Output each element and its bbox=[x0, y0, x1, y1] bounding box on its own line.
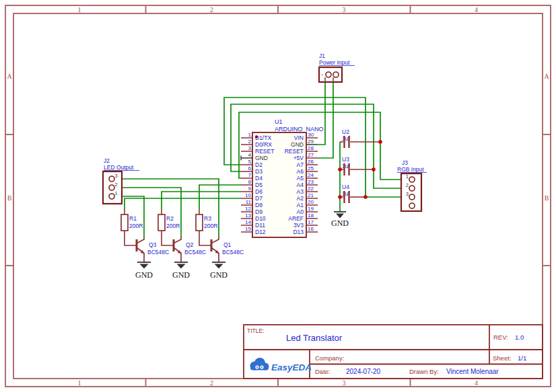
r3-body[interactable] bbox=[196, 214, 203, 231]
j1-pin-circle[interactable] bbox=[326, 72, 331, 77]
pin-number: 2 bbox=[248, 139, 252, 145]
component-c-u4[interactable]: U4 1uf bbox=[340, 184, 366, 203]
gnd-net-label: GND bbox=[210, 270, 228, 280]
j2-pin-circle[interactable] bbox=[109, 176, 114, 182]
component-q2[interactable]: Q2 BC548C bbox=[174, 237, 206, 262]
pin-number: 23 bbox=[308, 179, 314, 185]
pin-number: 22 bbox=[308, 186, 314, 192]
r2-lead bbox=[162, 231, 174, 245]
j2-pin-number: 1 bbox=[115, 190, 118, 196]
pin-number: 25 bbox=[308, 165, 314, 171]
j1-name: Power Input bbox=[319, 59, 350, 66]
pin-number: 3 bbox=[248, 145, 252, 151]
pin-number: 7 bbox=[248, 172, 252, 178]
pin-name: A4 bbox=[297, 182, 304, 188]
zone-label: B bbox=[545, 194, 549, 202]
component-r1[interactable]: R1 200R bbox=[121, 209, 143, 245]
pin-number: 14 bbox=[245, 219, 251, 225]
pin-number: 6 bbox=[248, 165, 252, 171]
drawn-by-value: Vincent Molenaar bbox=[446, 368, 499, 375]
gnd-net-label: GND bbox=[331, 219, 349, 228]
gnd-symbol-q2 bbox=[174, 262, 188, 269]
j3-pin-circle[interactable] bbox=[409, 203, 415, 208]
component-q3[interactable]: Q3 BC548C bbox=[137, 237, 169, 262]
gnd-symbol-caps bbox=[334, 212, 346, 219]
pin-name: A3 bbox=[297, 188, 304, 195]
pin-name: D11 bbox=[255, 222, 265, 229]
gnd-symbol-q1 bbox=[212, 262, 225, 269]
date-value: 2024-07-20 bbox=[346, 368, 381, 375]
easyeda-logo: EasyEDA bbox=[250, 358, 312, 373]
q1-value: BC548C bbox=[222, 249, 244, 256]
pin-name: D7 bbox=[255, 195, 263, 202]
pin-number: 17 bbox=[308, 219, 314, 225]
pin-name: +5V bbox=[293, 155, 304, 161]
j3-pin-circle[interactable] bbox=[409, 186, 415, 191]
component-c-u2[interactable]: U2 1uf bbox=[340, 128, 380, 148]
q2-ref: Q2 bbox=[186, 241, 194, 248]
zone-label: 1 bbox=[78, 6, 81, 13]
pin-name: A1 bbox=[297, 202, 304, 208]
easyeda-cloud-icon bbox=[250, 358, 269, 370]
q1-ref: Q1 bbox=[223, 241, 232, 248]
sheet-label: Sheet: bbox=[493, 354, 511, 362]
component-u1[interactable]: U1 ARDUINO_NANO 1D1/TX2D0/RX3RESET4GND5D… bbox=[241, 118, 324, 237]
zone-label: 4 bbox=[475, 6, 478, 13]
component-r2[interactable]: R2 200R bbox=[158, 209, 180, 245]
pin-name: D3 bbox=[255, 168, 263, 175]
pin-name: D13 bbox=[293, 229, 304, 235]
q3-ref: Q3 bbox=[149, 241, 157, 248]
q2-value: BC548C bbox=[184, 249, 206, 256]
pin-number: 28 bbox=[308, 145, 314, 151]
pin-number: 12 bbox=[245, 206, 251, 212]
title-block: TITLE: Led Translator REV: 1.0 Company: … bbox=[244, 325, 543, 379]
pin-number: 9 bbox=[248, 186, 252, 192]
j1-pin-circle[interactable] bbox=[333, 72, 339, 77]
r1-value: 200R bbox=[129, 223, 143, 229]
component-q1[interactable]: Q1 BC548C bbox=[211, 237, 244, 262]
pin-name: A7 bbox=[297, 161, 304, 168]
j3-pin-number: 1 bbox=[406, 173, 409, 180]
j3-pin-number: 3 bbox=[406, 191, 409, 197]
u4-ref: U4 bbox=[342, 184, 349, 190]
r1-body[interactable] bbox=[121, 214, 128, 231]
easyeda-logo-text: EasyEDA bbox=[271, 362, 312, 373]
pin-name: A2 bbox=[297, 195, 304, 202]
u1-name: ARDUINO_NANO bbox=[275, 126, 324, 132]
zone-label: 2 bbox=[210, 6, 213, 13]
date-label: Date: bbox=[315, 368, 331, 375]
pin-number: 8 bbox=[248, 179, 252, 185]
u2-ref: U2 bbox=[342, 128, 349, 135]
junction-dot bbox=[338, 195, 342, 199]
title-label: TITLE: bbox=[247, 327, 265, 334]
component-c-u3[interactable]: U3 1uf bbox=[340, 156, 374, 175]
rev-label: REV: bbox=[493, 334, 508, 341]
q3-value: BC548C bbox=[147, 249, 169, 256]
wire-d6-r2[interactable] bbox=[162, 192, 241, 209]
j2-pin-circle[interactable] bbox=[109, 185, 114, 190]
j1-polarity-label: - bbox=[321, 71, 323, 78]
component-j1[interactable]: J1 Power Input - bbox=[319, 52, 355, 82]
r2-body[interactable] bbox=[158, 214, 165, 231]
schematic-canvas[interactable]: 1 2 3 4 1 2 3 4 A B A B J1 Power Input - bbox=[0, 0, 556, 392]
pin-name: RESET bbox=[285, 148, 304, 155]
pin-number: 11 bbox=[246, 199, 252, 205]
component-j3[interactable]: J3 RGB Input 1 2 3 bbox=[397, 159, 427, 211]
j3-pin-circle[interactable] bbox=[409, 194, 415, 200]
gnd-net-label: GND bbox=[172, 270, 190, 280]
wire-j1-gnd-pin29[interactable] bbox=[318, 82, 325, 145]
pin-name: D5 bbox=[255, 182, 263, 188]
r3-lead bbox=[199, 231, 211, 245]
component-r3[interactable]: R3 200R bbox=[196, 209, 217, 245]
pin-number: 19 bbox=[308, 206, 314, 212]
pin-name: A6 bbox=[297, 168, 304, 175]
junction-dot bbox=[363, 195, 368, 199]
r3-ref: R3 bbox=[204, 215, 211, 222]
pin-number: 1 bbox=[248, 132, 252, 138]
j3-pin-circle[interactable] bbox=[409, 177, 415, 182]
j3-pin-number: 2 bbox=[406, 182, 409, 188]
pin-number: 27 bbox=[308, 152, 314, 158]
j2-pin-circle[interactable] bbox=[109, 194, 114, 199]
wire-d5-r3[interactable] bbox=[199, 185, 241, 209]
wire-d7-r1[interactable] bbox=[125, 198, 241, 209]
